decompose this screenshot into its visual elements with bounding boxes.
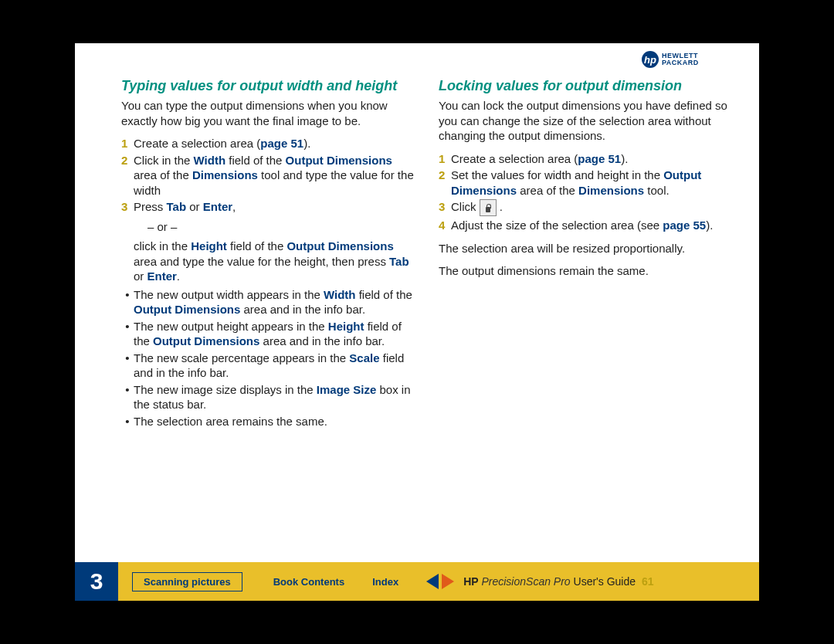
book-contents-link[interactable]: Book Contents [273, 576, 344, 588]
left-step-3-alt: click in the Height field of the Output … [121, 239, 417, 284]
footer-title: HP PrecisionScan Pro User's Guide61 [463, 575, 653, 588]
hp-logo-text: HEWLETTPACKARD [662, 53, 699, 66]
nav-arrows [426, 574, 454, 589]
right-step-2: 2 Set the values for width and height in… [439, 168, 734, 198]
left-step-2: 2 Click in the Width field of the Output… [121, 153, 417, 198]
left-heading: Typing values for output width and heigh… [121, 77, 417, 95]
left-column: Typing values for output width and heigh… [121, 77, 417, 430]
lock-icon [480, 199, 497, 216]
left-intro: You can type the output dimensions when … [121, 98, 417, 128]
right-column: Locking values for output dimension You … [439, 77, 734, 430]
page-55-link[interactable]: page 55 [663, 219, 706, 232]
section-title-box[interactable]: Scanning pictures [132, 572, 242, 591]
right-intro: You can lock the output dimensions you h… [439, 98, 734, 144]
list-item: •The new output width appears in the Wid… [121, 287, 417, 317]
prev-page-arrow-icon[interactable] [426, 574, 439, 589]
right-step-3: 3 Click . [439, 199, 734, 216]
left-step-3: 3 Press Tab or Enter, [121, 199, 417, 215]
page-51-link[interactable]: page 51 [578, 152, 621, 165]
footer-bar: 3 Scanning pictures Book Contents Index … [75, 562, 759, 601]
list-item: •The new image size displays in the Imag… [121, 382, 417, 412]
document-page: hp HEWLETTPACKARD Typing values for outp… [75, 43, 759, 601]
right-para-1: The selection area will be resized propo… [439, 241, 734, 256]
right-step-4: 4 Adjust the size of the selection area … [439, 218, 734, 233]
left-step-1: 1 Create a selection area (page 51). [121, 136, 417, 151]
next-page-arrow-icon[interactable] [442, 574, 454, 589]
page-number: 61 [642, 575, 654, 588]
index-link[interactable]: Index [372, 576, 398, 588]
list-item: •The selection area remains the same. [121, 414, 417, 429]
right-heading: Locking values for output dimension [439, 77, 734, 95]
chapter-number: 3 [75, 562, 118, 601]
or-separator: – or – [147, 219, 417, 235]
page-51-link[interactable]: page 51 [260, 137, 303, 150]
content-columns: Typing values for output width and heigh… [121, 77, 734, 430]
hp-logo-icon: hp [642, 51, 659, 68]
left-bullet-list: •The new output width appears in the Wid… [121, 287, 417, 429]
list-item: •The new scale percentage appears in the… [121, 351, 417, 381]
list-item: •The new output height appears in the He… [121, 319, 417, 349]
right-para-2: The output dimensions remain the same. [439, 263, 734, 279]
hp-logo: hp HEWLETTPACKARD [642, 51, 734, 68]
right-step-1: 1 Create a selection area (page 51). [439, 151, 734, 167]
